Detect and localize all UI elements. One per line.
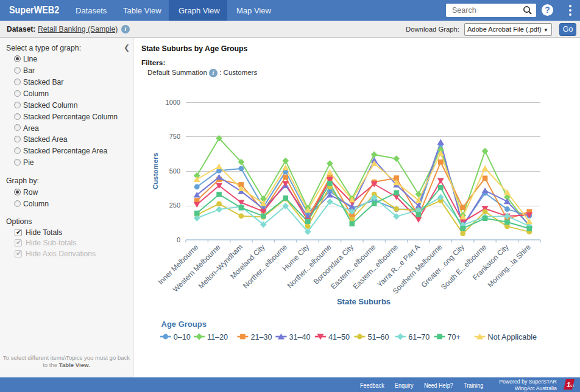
svg-text:500: 500 <box>169 167 180 175</box>
svg-text:ST: ST <box>570 384 575 388</box>
svg-text:Not Applicable: Not Applicable <box>488 333 537 341</box>
svg-text:State Suburbs: State Suburbs <box>337 297 391 306</box>
svg-text:61–70: 61–70 <box>408 333 430 341</box>
svg-text:0–10: 0–10 <box>174 333 191 341</box>
svg-text:1000: 1000 <box>166 99 180 106</box>
svg-text:11–20: 11–20 <box>207 333 228 341</box>
svg-text:Customers: Customers <box>152 153 159 189</box>
svg-text:0: 0 <box>177 236 180 243</box>
svg-text:31–40: 31–40 <box>289 333 310 341</box>
svg-text:70+: 70+ <box>448 333 461 341</box>
svg-text:750: 750 <box>169 133 180 140</box>
svg-text:Age Groups: Age Groups <box>161 320 207 329</box>
svg-text:21–30: 21–30 <box>250 333 272 341</box>
svg-text:51–60: 51–60 <box>367 333 389 341</box>
svg-text:250: 250 <box>169 201 180 209</box>
svg-text:41–50: 41–50 <box>328 333 350 341</box>
svg-text:Boroondara City: Boroondara City <box>312 243 355 286</box>
